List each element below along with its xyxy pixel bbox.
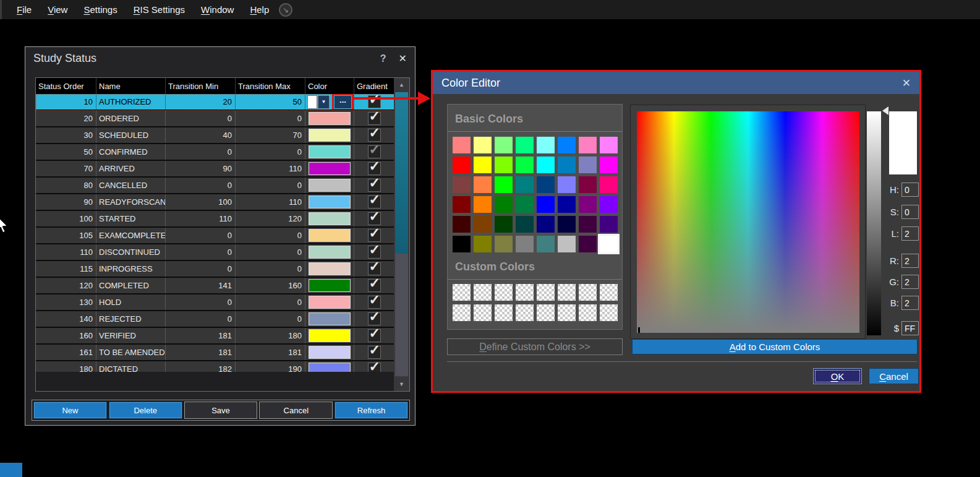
custom-color-slot[interactable] xyxy=(453,284,471,301)
color-picker-ellipsis-button[interactable]: ... xyxy=(334,96,351,108)
table-row[interactable]: 130HOLD00✓ xyxy=(36,294,394,311)
color-swatch[interactable] xyxy=(309,246,351,259)
basic-color-swatch[interactable] xyxy=(579,236,597,252)
basic-color-swatch[interactable] xyxy=(558,236,576,252)
gradient-checkbox[interactable]: ✓ xyxy=(368,112,381,125)
basic-color-swatch[interactable] xyxy=(453,216,471,233)
basic-color-swatch[interactable] xyxy=(537,157,555,173)
color-swatch[interactable] xyxy=(309,212,351,225)
value-input[interactable]: 0 xyxy=(901,183,919,197)
basic-color-swatch[interactable] xyxy=(558,137,576,153)
add-to-custom-colors-button[interactable]: Add to Custom Colors xyxy=(632,339,918,355)
basic-color-swatch[interactable] xyxy=(516,157,534,173)
gradient-checkbox[interactable]: ✓ xyxy=(368,296,381,309)
custom-color-slot[interactable] xyxy=(495,304,513,321)
table-row[interactable]: 115INPROGRESS00✓ xyxy=(36,261,394,278)
basic-color-swatch[interactable] xyxy=(516,196,534,213)
custom-color-slot[interactable] xyxy=(495,284,513,301)
basic-color-swatch[interactable] xyxy=(495,176,513,193)
basic-color-swatch[interactable] xyxy=(474,196,492,213)
scroll-up-icon[interactable]: ▲ xyxy=(394,78,409,92)
basic-color-swatch[interactable] xyxy=(600,236,618,252)
color-swatch[interactable] xyxy=(309,229,351,242)
gradient-checkbox[interactable]: ✓ xyxy=(368,229,381,242)
basic-color-swatch[interactable] xyxy=(495,157,513,173)
value-input[interactable]: FF xyxy=(901,321,919,335)
custom-color-slot[interactable] xyxy=(516,284,534,301)
custom-color-slot[interactable] xyxy=(558,304,576,321)
basic-color-swatch[interactable] xyxy=(579,176,597,193)
cancel-button[interactable]: Cancel xyxy=(259,402,333,419)
table-row[interactable]: 100STARTED110120✓ xyxy=(36,211,394,228)
menu-item-file[interactable]: File xyxy=(9,2,40,17)
custom-color-slot[interactable] xyxy=(474,304,492,321)
gradient-checkbox[interactable]: ✓ xyxy=(368,212,381,225)
color-swatch[interactable] xyxy=(309,179,351,192)
basic-color-swatch[interactable] xyxy=(558,196,576,213)
custom-color-slot[interactable] xyxy=(453,304,471,321)
table-row[interactable]: 30SCHEDULED4070✓ xyxy=(36,127,394,144)
gradient-checkbox[interactable]: ✓ xyxy=(368,312,381,325)
color-swatch[interactable] xyxy=(309,279,351,292)
color-swatch[interactable] xyxy=(309,196,351,208)
gradient-checkbox[interactable]: ✓ xyxy=(368,162,381,175)
gradient-checkbox[interactable]: ✓ xyxy=(368,179,381,192)
gradient-checkbox[interactable]: ✓ xyxy=(368,346,381,359)
gradient-checkbox[interactable]: ✓ xyxy=(368,363,381,372)
color-swatch[interactable] xyxy=(309,112,351,125)
basic-color-swatch[interactable] xyxy=(453,137,471,153)
basic-color-swatch[interactable] xyxy=(495,216,513,233)
custom-color-slot[interactable] xyxy=(474,284,492,301)
table-row[interactable]: 50CONFIRMED00✓ xyxy=(36,144,394,161)
basic-color-swatch[interactable] xyxy=(579,216,597,233)
basic-color-swatch[interactable] xyxy=(558,157,576,173)
color-swatch[interactable] xyxy=(309,262,351,275)
custom-color-slot[interactable] xyxy=(579,284,597,301)
gradient-checkbox[interactable]: ✓ xyxy=(368,129,381,142)
gradient-checkbox[interactable]: ✓ xyxy=(368,329,381,342)
basic-color-swatch[interactable] xyxy=(516,137,534,153)
window-arrow-icon[interactable]: ↘ xyxy=(279,3,292,17)
column-header[interactable]: Status Order xyxy=(36,78,96,94)
new-button[interactable]: New xyxy=(33,402,107,419)
menu-item-view[interactable]: View xyxy=(40,2,75,17)
column-header[interactable]: Transition Max xyxy=(236,78,305,94)
basic-color-swatch[interactable] xyxy=(600,157,618,173)
color-swatch[interactable] xyxy=(309,363,351,372)
refresh-button[interactable]: Refresh xyxy=(334,402,408,419)
help-icon[interactable]: ? xyxy=(380,53,386,64)
basic-color-swatch[interactable] xyxy=(537,216,555,233)
basic-color-swatch[interactable] xyxy=(495,137,513,153)
menu-item-window[interactable]: Window xyxy=(193,2,242,17)
basic-color-swatch[interactable] xyxy=(558,216,576,233)
basic-color-swatch[interactable] xyxy=(579,196,597,213)
study-status-titlebar[interactable]: Study Status ? ✕ xyxy=(25,47,415,70)
value-input[interactable]: 2 xyxy=(901,296,919,310)
basic-color-swatch[interactable] xyxy=(474,236,492,252)
table-row[interactable]: 140REJECTED00✓ xyxy=(36,311,394,328)
cancel-button[interactable]: Cancel xyxy=(869,368,919,384)
table-row[interactable]: 110DISCONTINUED00✓ xyxy=(36,244,394,261)
basic-color-swatch[interactable] xyxy=(516,216,534,233)
basic-color-swatch[interactable] xyxy=(516,236,534,252)
color-swatch[interactable] xyxy=(309,312,351,325)
table-row[interactable]: 161TO BE AMENDED181181✓ xyxy=(36,345,394,361)
close-icon[interactable]: ✕ xyxy=(399,53,407,64)
color-swatch[interactable] xyxy=(309,329,351,342)
basic-color-swatch[interactable] xyxy=(495,236,513,252)
basic-color-swatch[interactable] xyxy=(474,157,492,173)
basic-color-swatch[interactable] xyxy=(474,137,492,153)
scrollbar-thumb[interactable] xyxy=(395,92,408,254)
table-row[interactable]: 120COMPLETED141160✓ xyxy=(36,278,394,294)
custom-color-slot[interactable] xyxy=(579,304,597,321)
table-row[interactable]: 90READYFORSCAN100110✓ xyxy=(36,194,394,211)
custom-color-slot[interactable] xyxy=(537,284,555,301)
table-row[interactable]: 80CANCELLED00✓ xyxy=(36,178,394,194)
basic-color-swatch[interactable] xyxy=(495,196,513,213)
basic-color-swatch[interactable] xyxy=(537,137,555,153)
column-header[interactable]: Transition Min xyxy=(166,78,236,94)
gradient-checkbox[interactable]: ✓ xyxy=(368,145,381,158)
basic-color-swatch[interactable] xyxy=(600,196,618,213)
table-scrollbar[interactable]: ▲ ▼ xyxy=(394,78,409,391)
basic-color-swatch[interactable] xyxy=(537,196,555,213)
